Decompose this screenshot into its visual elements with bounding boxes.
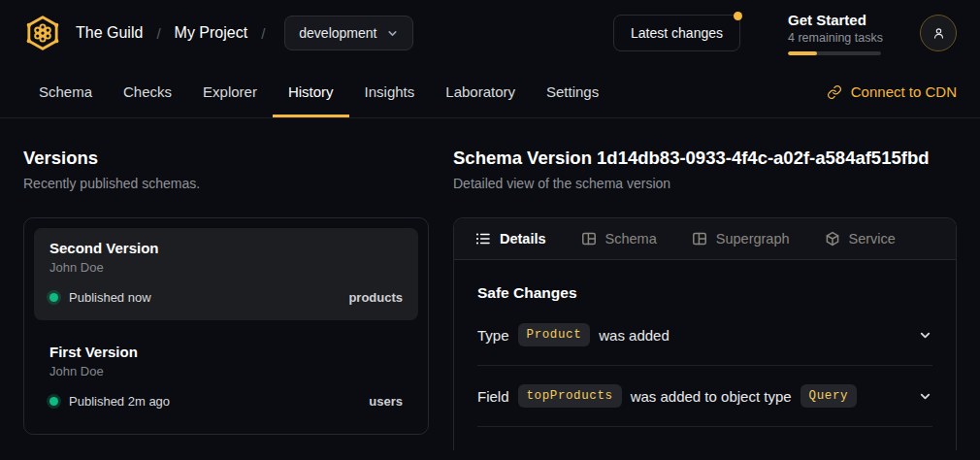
detail-tab-service[interactable]: Service [825, 231, 896, 246]
hive-logo-icon[interactable] [23, 14, 62, 52]
versions-subtitle: Recently published schemas. [23, 176, 429, 191]
versions-list: Second VersionJohn DoePublished nowprodu… [23, 217, 429, 435]
tab-insights[interactable]: Insights [349, 66, 431, 117]
latest-changes-button[interactable]: Latest changes [613, 15, 740, 51]
get-started-subtitle: 4 remaining tasks [788, 31, 881, 45]
service-name: users [369, 394, 403, 409]
columns-icon [581, 231, 597, 246]
version-author: John Doe [49, 364, 403, 378]
schema-version-title: Schema Version 1d14db83-0933-4f4c-a02f-a… [453, 148, 957, 169]
project-nav: SchemaChecksExplorerHistoryInsightsLabor… [0, 66, 980, 118]
change-code-badge: topProducts [518, 384, 622, 408]
tab-checks[interactable]: Checks [108, 66, 187, 117]
get-started-widget[interactable]: Get Started 4 remaining tasks [788, 12, 881, 55]
detail-tab-details[interactable]: Details [475, 231, 546, 246]
columns-icon [692, 231, 707, 246]
nav-tabs: SchemaChecksExplorerHistoryInsightsLabor… [23, 66, 614, 117]
breadcrumb: The Guild / My Project / development [23, 14, 413, 52]
published-time: Published 2m ago [69, 394, 170, 409]
service-name: products [348, 290, 403, 305]
detail-tab-label: Service [849, 231, 896, 246]
get-started-progress-bar [788, 51, 881, 55]
target-dropdown[interactable]: development [284, 16, 413, 50]
tab-schema[interactable]: Schema [23, 66, 108, 117]
change-code-badge: Product [518, 323, 591, 346]
version-author: John Doe [49, 260, 403, 275]
latest-changes-label: Latest changes [631, 25, 723, 41]
cube-icon [825, 231, 840, 246]
version-detail-column: Schema Version 1d14db83-0933-4f4c-a02f-a… [453, 148, 957, 450]
change-text: Field [477, 388, 509, 405]
chevron-down-icon [386, 27, 399, 40]
change-text: was added to object type [631, 388, 792, 405]
tab-history[interactable]: History [273, 66, 349, 117]
change-text: Type [477, 327, 509, 344]
breadcrumb-org[interactable]: The Guild [76, 24, 143, 42]
version-name: First Version [49, 344, 403, 360]
changes-list: TypeProductwas addedFieldtopProductswas … [477, 305, 932, 427]
detail-tab-label: Supergraph [716, 231, 790, 246]
schema-version-subtitle: Detailed view of the schema version [453, 176, 957, 191]
published-time: Published now [69, 290, 151, 305]
breadcrumb-separator: / [261, 25, 265, 42]
target-dropdown-value: development [299, 25, 376, 41]
version-meta: Published nowproducts [49, 290, 403, 305]
change-code-badge: Query [800, 384, 858, 408]
app-header: The Guild / My Project / development Lat… [0, 0, 980, 66]
connect-to-cdn-label: Connect to CDN [851, 83, 957, 100]
tab-settings[interactable]: Settings [531, 66, 614, 117]
version-detail-panel: DetailsSchemaSupergraphService Safe Chan… [453, 217, 957, 450]
main-content: Versions Recently published schemas. Sec… [0, 118, 980, 450]
get-started-progress-fill [788, 51, 817, 55]
detail-tab-label: Details [500, 231, 546, 246]
chevron-down-icon [918, 389, 932, 404]
version-name: Second Version [49, 240, 403, 256]
published-status-dot [49, 293, 58, 302]
change-row[interactable]: FieldtopProductswas added to object type… [477, 366, 932, 427]
user-menu-button[interactable] [920, 15, 957, 51]
detail-tab-schema[interactable]: Schema [581, 231, 657, 246]
tab-explorer[interactable]: Explorer [187, 66, 273, 117]
detail-tab-label: Schema [605, 231, 657, 246]
connect-to-cdn-link[interactable]: Connect to CDN [827, 66, 957, 117]
link-icon [827, 84, 842, 100]
safe-changes-title: Safe Changes [477, 284, 932, 302]
list-icon [475, 231, 491, 246]
change-text: was added [599, 327, 670, 344]
detail-tabs: DetailsSchemaSupergraphService [454, 218, 956, 260]
chevron-down-icon [918, 328, 932, 343]
detail-tab-supergraph[interactable]: Supergraph [692, 231, 790, 246]
version-card[interactable]: First VersionJohn DoePublished 2m agouse… [34, 332, 418, 424]
get-started-title: Get Started [788, 12, 881, 29]
breadcrumb-project[interactable]: My Project [175, 24, 248, 42]
versions-column: Versions Recently published schemas. Sec… [23, 148, 429, 450]
version-card[interactable]: Second VersionJohn DoePublished nowprodu… [34, 228, 418, 320]
detail-content: Safe Changes TypeProductwas addedFieldto… [454, 284, 956, 450]
header-actions: Latest changes Get Started 4 remaining t… [613, 12, 957, 55]
notification-dot [734, 12, 742, 20]
user-icon [931, 25, 947, 42]
versions-title: Versions [23, 148, 429, 169]
version-meta: Published 2m agousers [49, 394, 403, 409]
change-row[interactable]: TypeProductwas added [477, 305, 932, 366]
tab-laboratory[interactable]: Laboratory [430, 66, 531, 117]
published-status-dot [49, 397, 58, 406]
breadcrumb-separator: / [156, 25, 160, 42]
